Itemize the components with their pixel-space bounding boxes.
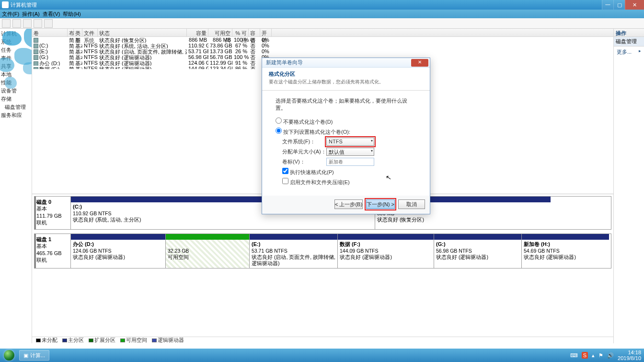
col-type[interactable]: 类型 — [74, 29, 82, 36]
col-volume[interactable]: 卷 — [32, 29, 68, 36]
tool-fwd[interactable] — [12, 19, 21, 28]
taskbar[interactable]: ▣ 计算... ⌨ S ▴ ⚑ 🔊 14:18 2019/8/10 — [0, 349, 644, 362]
tray-date: 2019/8/10 — [618, 355, 641, 361]
tree-node[interactable]: 事件 — [0, 54, 32, 62]
legend-logical: 逻辑驱动器 — [158, 337, 184, 343]
taskbar-app-button[interactable]: ▣ 计算... — [19, 350, 49, 361]
tool-help[interactable] — [44, 19, 53, 28]
check-compression[interactable] — [282, 178, 288, 184]
tool-refresh[interactable] — [23, 19, 32, 28]
tree-node[interactable]: 性能 — [0, 79, 32, 87]
start-orb-icon — [4, 350, 14, 361]
col-fault[interactable]: 容错 — [249, 29, 260, 36]
disk-name: 磁盘 1 — [36, 236, 51, 242]
tray-flag-icon[interactable]: ⚑ — [598, 352, 603, 359]
volume-row[interactable]: (E:)简基本NTFS状态良好 (启动, 页面文件, 故障转储, 逻辑驱动器)5… — [32, 48, 613, 54]
maximize-button[interactable]: ▢ — [613, 0, 625, 10]
close-button[interactable]: ✕ — [625, 0, 644, 10]
tray-time: 14:18 — [618, 350, 641, 355]
legend: 未分配 主分区 扩展分区 可用空间 逻辑驱动器 — [32, 337, 613, 343]
col-capacity[interactable]: 容量 — [187, 29, 208, 36]
actions-more[interactable]: 更多...▸ — [614, 47, 644, 58]
col-free[interactable]: 可用空间 — [208, 29, 232, 36]
wizard-heading: 格式化分区 — [269, 70, 423, 78]
tray-sogou-icon[interactable]: S — [582, 352, 588, 359]
tree-node[interactable]: 任务 — [0, 46, 32, 54]
input-volume-label[interactable] — [326, 158, 374, 166]
legend-free: 可用空间 — [126, 337, 147, 343]
tray-clock[interactable]: 14:18 2019/8/10 — [618, 350, 641, 361]
legend-extended: 扩展分区 — [94, 337, 115, 343]
volume-row[interactable]: (C:)简基本NTFS状态良好 (系统, 活动, 主分区)110.92 GB73… — [32, 43, 613, 48]
tree-node[interactable]: 设备管 — [0, 87, 32, 95]
tool-back[interactable] — [2, 19, 11, 28]
toolbar — [0, 18, 644, 29]
window-titlebar: 计算机管理 一 ▢ ✕ — [0, 0, 644, 10]
tree-storage[interactable]: 存储 — [0, 95, 32, 103]
partition[interactable]: (G:)56.98 GB NTFS状态良好 (逻辑驱动器) — [434, 234, 522, 268]
partition[interactable]: 办公 (D:)124.06 GB NTFS状态良好 (逻辑驱动器) — [71, 234, 166, 268]
disk-type: 基本 — [36, 243, 47, 249]
radio-format-label: 按下列设置格式化这个卷(O): — [283, 129, 350, 135]
col-status[interactable]: 状态 — [98, 29, 187, 36]
nav-tree[interactable]: 计算机 系统 任务 事件 共享 本地 性能 设备管 存储 磁盘管理 服务和应 — [0, 29, 32, 343]
tree-services[interactable]: 服务和应 — [0, 111, 32, 119]
check-quick-format[interactable] — [282, 168, 288, 174]
combo-alloc-unit[interactable]: 默认值 — [326, 148, 374, 156]
tree-disk-mgmt[interactable]: 磁盘管理 — [0, 103, 32, 111]
check-compression-label: 启用文件和文件夹压缩(E) — [290, 179, 350, 185]
menu-file[interactable]: 文件(F) — [2, 11, 19, 18]
col-pct[interactable]: % 可用 — [232, 29, 249, 36]
tree-node[interactable]: 共享 — [0, 62, 32, 70]
volume-row[interactable]: 简基状态良好 (恢复分区)886 MB886 MB100 %否0% — [32, 37, 613, 43]
menu-action[interactable]: 操作(A) — [22, 11, 40, 18]
partition[interactable]: 32.23 GB可用空间 — [166, 234, 250, 268]
disk-status: 联机 — [36, 257, 47, 263]
col-layout[interactable]: 布 — [68, 29, 74, 36]
disk-size: 465.76 GB — [36, 250, 62, 256]
window-title: 计算机管理 — [11, 1, 37, 9]
tray-up-icon[interactable]: ▴ — [592, 352, 595, 359]
partition[interactable]: (E:)53.71 GB NTFS状态良好 (启动, 页面文件, 故障转储, 逻… — [250, 234, 338, 268]
tree-root[interactable]: 计算机 — [0, 30, 32, 38]
back-button[interactable]: < 上一步(B) — [334, 199, 363, 209]
disk-name: 磁盘 0 — [36, 199, 51, 205]
menu-view[interactable]: 查看(V) — [43, 11, 60, 18]
dialog-titlebar[interactable]: 新建简单卷向导 ✕ — [262, 58, 430, 68]
tool-props[interactable] — [34, 19, 42, 28]
legend-unalloc: 未分配 — [42, 337, 58, 343]
actions-section: 磁盘管理 — [614, 37, 644, 47]
tree-node[interactable]: 系统 — [0, 38, 32, 46]
radio-no-format[interactable] — [276, 117, 282, 124]
next-button[interactable]: 下一步(N) > — [366, 199, 395, 209]
start-button[interactable] — [0, 349, 18, 362]
disk-size: 111.79 GB — [36, 213, 62, 219]
tray-volume-icon[interactable]: 🔊 — [607, 352, 614, 359]
col-fs[interactable]: 文件系统 — [82, 29, 98, 36]
disk-1-header[interactable]: 磁盘 1 基本 465.76 GB 联机 — [34, 234, 71, 268]
label-filesystem: 文件系统(F)： — [282, 138, 326, 145]
disk-type: 基本 — [36, 206, 47, 211]
disk-graphical-view: 磁盘 0 基本 111.79 GB 联机 (C:)110.92 GB NTFS状… — [32, 194, 613, 337]
partition[interactable]: 数据 (F:)144.09 GB NTFS状态良好 (逻辑驱动器) — [338, 234, 434, 268]
radio-format[interactable] — [276, 128, 282, 134]
disk-status: 联机 — [36, 220, 47, 225]
dialog-close-button[interactable]: ✕ — [411, 59, 428, 67]
system-tray[interactable]: ⌨ S ▴ ⚑ 🔊 14:18 2019/8/10 — [570, 350, 644, 361]
app-icon — [2, 1, 9, 8]
partition[interactable]: 新加卷 (H:)54.69 GB NTFS状态良好 (逻辑驱动器) — [522, 234, 609, 268]
volume-list-header: 卷 布 类型 文件系统 状态 容量 可用空间 % 可用 容错 开销 — [32, 29, 613, 37]
col-overhead[interactable]: 开销 — [260, 29, 272, 36]
tray-input-icon[interactable]: ⌨ — [570, 352, 578, 359]
combo-filesystem[interactable]: NTFS — [326, 138, 374, 146]
menu-help[interactable]: 帮助(H) — [63, 11, 80, 18]
actions-panel: 操作 磁盘管理 更多...▸ — [613, 29, 644, 343]
label-alloc-unit: 分配单元大小(A)： — [282, 148, 326, 155]
legend-primary: 主分区 — [68, 337, 84, 343]
actions-header: 操作 — [614, 29, 644, 37]
disk-0-header[interactable]: 磁盘 0 基本 111.79 GB 联机 — [34, 197, 71, 229]
label-volume-label: 卷标(V)： — [282, 158, 326, 165]
minimize-button[interactable]: 一 — [602, 0, 613, 10]
tree-node[interactable]: 本地 — [0, 70, 32, 79]
cancel-button[interactable]: 取消 — [398, 199, 425, 209]
